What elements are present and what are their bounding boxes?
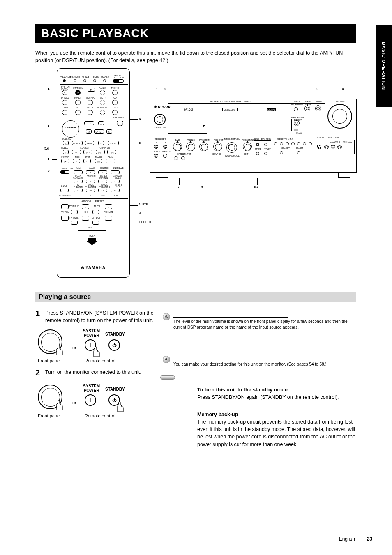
sound-button[interactable]: SOUND — [108, 141, 119, 145]
sat-button[interactable] — [75, 110, 81, 115]
unit-fmam-btn[interactable] — [297, 151, 300, 154]
power-button[interactable]: ⏻/I — [61, 159, 69, 163]
vol-up[interactable]: + — [105, 204, 112, 209]
10key-switch[interactable] — [60, 170, 69, 174]
play-button[interactable]: ▷ — [106, 159, 115, 163]
nav-down[interactable]: ▽ — [98, 141, 104, 145]
dsp-10[interactable]: 10 — [86, 189, 95, 192]
chapter-prev[interactable]: |◁◁ — [96, 150, 105, 154]
ch-up[interactable]: + — [82, 204, 89, 209]
search-ff[interactable]: ▷▷ — [83, 150, 92, 154]
lbl-tvinput: TV INPUT — [69, 205, 79, 207]
unit-tune-4[interactable] — [291, 142, 295, 145]
lbl-transmit: TRANSMIT — [60, 76, 69, 78]
mdtape-button[interactable] — [88, 100, 93, 105]
6ch-button[interactable] — [117, 120, 123, 126]
effect-btn[interactable] — [92, 221, 99, 225]
dvd-button[interactable] — [112, 110, 118, 115]
lbl-mdtape: MD/TAPE — [85, 97, 96, 99]
step1-or: or — [72, 345, 76, 350]
system-power-button[interactable]: I — [62, 90, 67, 95]
dsp-3[interactable]: 3 — [98, 170, 107, 174]
lbl-search: SEARCH — [78, 147, 91, 149]
61es-button[interactable] — [60, 189, 69, 192]
dsp-1[interactable]: 1 — [74, 170, 83, 174]
pause-button[interactable]: ▯▯ — [95, 159, 102, 163]
step1-a: a — [165, 314, 168, 318]
dsp-7[interactable]: 7 — [98, 180, 107, 183]
dsp-2[interactable]: 2 — [86, 170, 95, 174]
unit-tune-2[interactable] — [280, 142, 283, 145]
search-rew[interactable]: ◁◁ — [72, 150, 81, 154]
step2-syspower-btn[interactable]: I — [85, 394, 96, 406]
lbl-ch: CH — [83, 211, 89, 213]
dsp-9[interactable]: 9 — [74, 189, 83, 192]
vaux-button[interactable] — [100, 90, 105, 95]
nav-right[interactable]: ▷ — [106, 129, 112, 134]
dsp-6[interactable]: 6 — [86, 180, 95, 183]
unit-tune-1[interactable] — [274, 142, 277, 145]
rec-button[interactable]: ○ — [73, 159, 80, 163]
dsp-11[interactable]: 11 — [98, 189, 107, 192]
nav-left[interactable]: ◁ — [86, 129, 92, 134]
vcr2-button[interactable] — [100, 110, 105, 115]
unit-mode-btn[interactable] — [256, 152, 259, 155]
display-button[interactable]: DISPLAY — [72, 141, 83, 145]
dsp-4[interactable]: 4 — [111, 170, 120, 174]
tvvol-up[interactable]: + — [61, 204, 69, 209]
menu-button[interactable]: MENU — [85, 141, 94, 145]
tvmute-btn[interactable] — [71, 221, 78, 225]
unit-preset-knob[interactable] — [243, 142, 252, 151]
dsp-5[interactable]: 5 — [74, 180, 83, 183]
tv-button[interactable]: TV — [88, 88, 95, 92]
unit-6ch-btn[interactable] — [181, 156, 185, 160]
cable-button[interactable] — [62, 110, 67, 115]
chapter-next[interactable]: ▷▷| — [107, 150, 116, 154]
tvvol-down[interactable]: – — [61, 216, 69, 221]
vcr1-button[interactable] — [88, 110, 93, 115]
unit-lower-panel: SPEAKERS A B SILENT PHONES BASS TREBLE E… — [150, 137, 356, 172]
unit-program-knob[interactable] — [199, 142, 208, 151]
unit-recout-knob[interactable] — [213, 142, 222, 151]
stop-button[interactable]: □ — [83, 159, 91, 163]
unit-mem-btn[interactable] — [280, 151, 283, 154]
callout-remote-4: 4 — [139, 212, 141, 215]
unit-tune-6[interactable] — [303, 142, 306, 145]
cd-button[interactable] — [112, 100, 118, 105]
phono-button[interactable] — [112, 90, 118, 95]
lbl-macro-off: OFF — [112, 76, 118, 79]
tvinput-btn[interactable] — [71, 210, 78, 214]
step2-front: Front panel — [38, 413, 61, 418]
unit-svideo-jack[interactable] — [317, 145, 321, 149]
standby-button[interactable]: ⏻ — [75, 90, 81, 95]
macro-switch[interactable] — [113, 79, 124, 83]
ch-down[interactable]: – — [82, 216, 89, 221]
unit-bass-knob[interactable] — [173, 142, 182, 151]
title-button[interactable]: TITLE — [84, 121, 94, 125]
unit-effect-btn[interactable] — [174, 156, 178, 160]
step1-standby-btn[interactable]: ⏻ — [108, 339, 120, 351]
unit-callout-3: 3 — [316, 87, 317, 91]
source-up[interactable]: △ — [63, 141, 69, 145]
unit-tune-7[interactable] — [309, 142, 312, 145]
finger-icon — [91, 346, 101, 357]
unit-phones[interactable] — [163, 154, 167, 158]
unit-ptyseek-btn[interactable] — [264, 143, 267, 146]
mute-btn[interactable] — [92, 210, 99, 214]
page-language: English — [339, 536, 355, 542]
dsp-8[interactable]: 8 — [111, 180, 120, 183]
cdr-button[interactable] — [100, 100, 105, 105]
unit-tune-5[interactable] — [297, 142, 300, 145]
selector-dial[interactable] — [62, 120, 79, 138]
enter-button[interactable]: ENTER — [94, 129, 104, 134]
unit-tune-3[interactable] — [286, 142, 289, 145]
nav-up[interactable]: △ — [98, 121, 104, 125]
unit-door[interactable] — [168, 119, 207, 134]
select-down[interactable]: ▽ — [63, 150, 69, 154]
vol-down[interactable]: – — [105, 216, 112, 221]
unit-treble-knob[interactable] — [186, 142, 195, 151]
dsp-12[interactable]: 12 — [111, 189, 120, 192]
tuner-button[interactable] — [75, 100, 81, 105]
dtvld-button[interactable] — [62, 100, 67, 105]
unit-start-btn[interactable] — [264, 152, 267, 155]
